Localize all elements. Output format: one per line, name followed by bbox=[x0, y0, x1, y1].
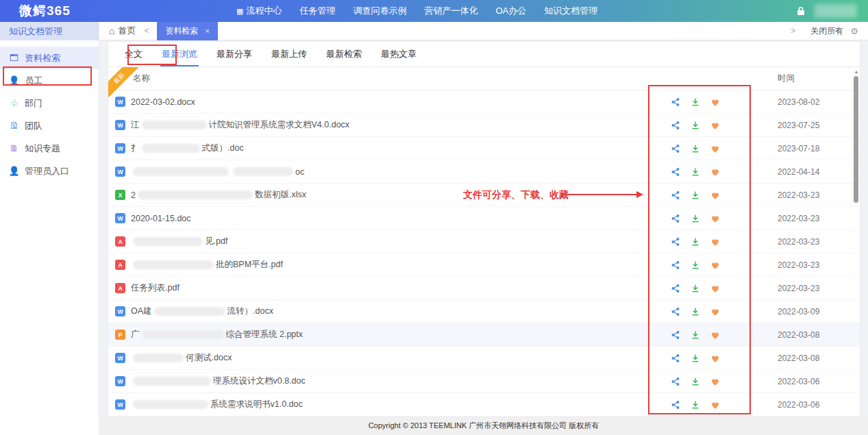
doc-tab-最新上传[interactable]: 最新上传 bbox=[270, 42, 308, 66]
share-icon[interactable] bbox=[671, 167, 680, 177]
file-name-cell[interactable]: W oc bbox=[108, 166, 641, 177]
favorite-heart-icon[interactable] bbox=[710, 144, 720, 153]
download-icon[interactable] bbox=[691, 167, 700, 177]
share-icon[interactable] bbox=[671, 260, 680, 270]
share-icon[interactable] bbox=[671, 330, 680, 340]
table-row[interactable]: W 2022-03-02.docx 2023-0 bbox=[108, 90, 860, 114]
file-name-cell[interactable]: A 见.pdf bbox=[108, 236, 641, 247]
file-name-cell[interactable]: W 2020-01-15.doc bbox=[108, 213, 641, 223]
table-row[interactable]: X 2数据初版.xlsx 2022-03-23 bbox=[108, 184, 860, 207]
tab-back-chevron[interactable]: < bbox=[144, 26, 149, 36]
favorite-heart-icon[interactable] bbox=[710, 97, 720, 107]
sidebar-item-员工[interactable]: 👤 员工 bbox=[0, 69, 99, 92]
gear-icon[interactable]: ⚙ bbox=[850, 26, 858, 36]
download-icon[interactable] bbox=[691, 307, 700, 316]
download-icon[interactable] bbox=[691, 121, 700, 130]
sidebar-item-部门[interactable]: ♧ 部门 bbox=[0, 92, 99, 114]
share-icon[interactable] bbox=[671, 307, 680, 316]
scrollbar-up-arrow[interactable]: ▲ bbox=[854, 69, 859, 75]
table-row[interactable]: A 批的BPM平台.pdf 2022-03-23 bbox=[108, 253, 860, 277]
close-tab-icon[interactable]: × bbox=[205, 27, 209, 35]
download-icon[interactable] bbox=[691, 400, 700, 410]
download-icon[interactable] bbox=[691, 377, 700, 386]
file-name-cell[interactable]: A 批的BPM平台.pdf bbox=[108, 259, 641, 271]
top-nav-item[interactable]: 营销产一体化 bbox=[424, 5, 478, 17]
download-icon[interactable] bbox=[691, 144, 700, 153]
file-name-cell[interactable]: X 2数据初版.xlsx bbox=[108, 189, 641, 201]
top-nav-item[interactable]: OA办公 bbox=[495, 5, 526, 17]
doc-tab-最热文章[interactable]: 最热文章 bbox=[380, 42, 418, 66]
share-icon[interactable] bbox=[671, 190, 680, 200]
active-page-tab[interactable]: 资料检索 × bbox=[157, 22, 217, 40]
file-name-cell[interactable]: W 理系统设计文档v0.8.doc bbox=[108, 375, 641, 387]
share-icon[interactable] bbox=[671, 284, 680, 293]
scrollbar-thumb[interactable] bbox=[854, 76, 858, 203]
share-icon[interactable] bbox=[671, 144, 680, 153]
sidebar-item-资料检索[interactable]: 🗔 资料检索 bbox=[0, 47, 99, 69]
close-all-button[interactable]: 关闭所有 bbox=[810, 25, 843, 37]
favorite-heart-icon[interactable] bbox=[710, 190, 720, 200]
file-name-cell[interactable]: W 2022-03-02.docx bbox=[108, 97, 641, 107]
redacted-text-blur bbox=[154, 307, 225, 316]
table-row[interactable]: W 2020-01-15.doc 2022-03 bbox=[108, 207, 860, 230]
table-row[interactable]: A 任务列表.pdf 2022-03-23 bbox=[108, 277, 860, 300]
download-icon[interactable] bbox=[691, 214, 700, 223]
favorite-heart-icon[interactable] bbox=[710, 237, 720, 247]
file-name-cell[interactable]: W 扌式版）.doc bbox=[108, 142, 641, 154]
file-name-cell[interactable]: P 广综合管理系统 2.pptx bbox=[108, 329, 641, 340]
favorite-heart-icon[interactable] bbox=[710, 330, 720, 340]
favorite-heart-icon[interactable] bbox=[710, 400, 720, 410]
share-icon[interactable] bbox=[671, 377, 680, 386]
share-icon[interactable] bbox=[671, 121, 680, 130]
table-row[interactable]: W 理系统设计文档v0.8.doc 2022-0 bbox=[108, 370, 860, 393]
top-nav-item[interactable]: ▦流程中心 bbox=[236, 5, 282, 17]
file-name-cell[interactable]: W 何测试.docx bbox=[108, 352, 641, 364]
top-nav-item[interactable]: 知识文档管理 bbox=[544, 5, 597, 17]
favorite-heart-icon[interactable] bbox=[710, 260, 720, 270]
tab-forward-chevron[interactable]: > bbox=[791, 26, 795, 36]
favorite-heart-icon[interactable] bbox=[710, 214, 720, 223]
share-icon[interactable] bbox=[671, 237, 680, 247]
favorite-heart-icon[interactable] bbox=[710, 353, 720, 363]
table-row[interactable]: P 广综合管理系统 2.pptx 2022-03 bbox=[108, 323, 860, 347]
table-row[interactable]: W 江计院知识管理系统需求文档V4.0.docx bbox=[108, 114, 860, 137]
download-icon[interactable] bbox=[691, 190, 700, 200]
share-icon[interactable] bbox=[671, 214, 680, 223]
home-tab[interactable]: ⌂ 首页 bbox=[109, 25, 136, 37]
doc-tab-最新检索[interactable]: 最新检索 bbox=[325, 42, 363, 66]
table-row[interactable]: W 系统需求说明书v1.0.doc 2022-0 bbox=[108, 393, 860, 417]
favorite-heart-icon[interactable] bbox=[710, 167, 720, 177]
scrollbar[interactable]: ▲ bbox=[854, 69, 859, 414]
share-icon[interactable] bbox=[671, 97, 680, 107]
table-row[interactable]: W 扌式版）.doc 2023-07-18 bbox=[108, 137, 860, 160]
file-name-cell[interactable]: W OA建流转）.docx bbox=[108, 306, 641, 317]
file-name-cell[interactable]: A 任务列表.pdf bbox=[108, 282, 641, 294]
sidebar-item-团队[interactable]: 🖻 团队 bbox=[0, 114, 99, 137]
file-name-cell[interactable]: W 江计院知识管理系统需求文档V4.0.docx bbox=[108, 119, 641, 131]
download-icon[interactable] bbox=[691, 284, 700, 293]
download-icon[interactable] bbox=[691, 353, 700, 363]
table-row[interactable]: W oc 2022-04-14 bbox=[108, 160, 860, 184]
doc-tab-最新浏览[interactable]: 最新浏览 bbox=[160, 42, 199, 66]
user-account-blurred[interactable] bbox=[815, 4, 857, 18]
download-icon[interactable] bbox=[691, 97, 700, 107]
table-row[interactable]: W OA建流转）.docx 2022-03-09 bbox=[108, 300, 860, 323]
sidebar-item-管理员入口[interactable]: 👤 管理员入口 bbox=[0, 160, 99, 182]
share-icon[interactable] bbox=[671, 400, 680, 410]
share-icon[interactable] bbox=[671, 353, 680, 363]
doc-tab-最新分享[interactable]: 最新分享 bbox=[215, 42, 253, 66]
favorite-heart-icon[interactable] bbox=[710, 121, 720, 130]
top-nav-item[interactable]: 任务管理 bbox=[299, 5, 335, 17]
doc-tab-全文[interactable]: 全文 bbox=[123, 42, 144, 66]
table-row[interactable]: W 何测试.docx 2022-03-08 bbox=[108, 347, 860, 370]
download-icon[interactable] bbox=[691, 260, 700, 270]
top-nav-item[interactable]: 调查问卷示例 bbox=[353, 5, 406, 17]
favorite-heart-icon[interactable] bbox=[710, 377, 720, 386]
sidebar-item-知识专题[interactable]: 🗎 知识专题 bbox=[0, 137, 99, 160]
favorite-heart-icon[interactable] bbox=[710, 284, 720, 293]
download-icon[interactable] bbox=[691, 237, 700, 247]
table-row[interactable]: A 见.pdf 2022-03-23 bbox=[108, 230, 860, 253]
download-icon[interactable] bbox=[691, 330, 700, 340]
favorite-heart-icon[interactable] bbox=[710, 307, 720, 316]
file-name-cell[interactable]: W 系统需求说明书v1.0.doc bbox=[108, 399, 641, 410]
